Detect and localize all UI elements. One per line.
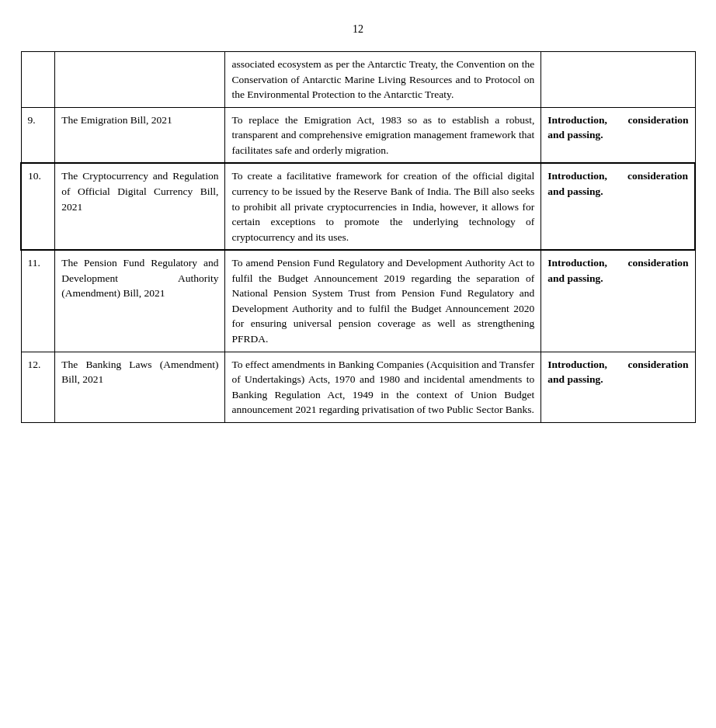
row-num-cell: 9.	[21, 107, 55, 163]
description-cell: associated ecosystem as per the Antarcti…	[225, 52, 541, 108]
status-cell: Introduction, consideration and passing.	[541, 352, 695, 422]
description-cell: To amend Pension Fund Regulatory and Dev…	[225, 250, 541, 352]
legislation-table: associated ecosystem as per the Antarcti…	[20, 51, 696, 423]
bill-name-cell: The Pension Fund Regulatory and Developm…	[55, 250, 225, 352]
bill-name-cell	[55, 52, 225, 108]
row-num-cell: 12.	[21, 352, 55, 422]
row-num-cell	[21, 52, 55, 108]
status-cell: Introduction, consideration and passing.	[541, 107, 695, 163]
table-row: 9. The Emigration Bill, 2021 To replace …	[21, 107, 695, 163]
description-cell: To replace the Emigration Act, 1983 so a…	[225, 107, 541, 163]
description-cell: To effect amendments in Banking Companie…	[225, 352, 541, 422]
page-number: 12	[353, 23, 363, 36]
table-row: associated ecosystem as per the Antarcti…	[21, 52, 695, 108]
bill-name-cell: The Cryptocurrency and Regulation of Off…	[55, 163, 225, 250]
table-row: 11. The Pension Fund Regulatory and Deve…	[21, 250, 695, 352]
bill-name-cell: The Banking Laws (Amendment) Bill, 2021	[55, 352, 225, 422]
status-cell: Introduction, consideration and passing.	[541, 163, 695, 250]
status-cell	[541, 52, 695, 108]
row-num-cell: 11.	[21, 250, 55, 352]
table-row-highlighted: 10. The Cryptocurrency and Regulation of…	[21, 163, 695, 250]
description-cell: To create a facilitative framework for c…	[225, 163, 541, 250]
bill-name-cell: The Emigration Bill, 2021	[55, 107, 225, 163]
status-cell: Introduction, consideration and passing.	[541, 250, 695, 352]
table-row: 12. The Banking Laws (Amendment) Bill, 2…	[21, 352, 695, 422]
row-num-cell: 10.	[21, 163, 55, 250]
